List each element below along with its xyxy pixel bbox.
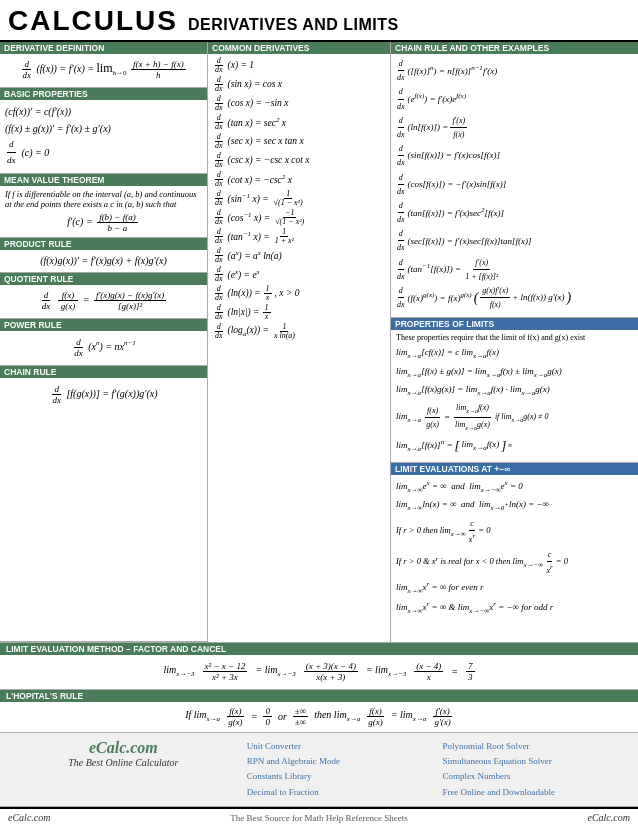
chain-ex-1: d dx ([f(x)]n) = n[f(x)]n−1f′(x) xyxy=(396,57,633,84)
title-calculus: CALCULUS xyxy=(8,5,178,37)
basic-prop-1: (cf(x))′ = c(f′(x)) xyxy=(5,103,202,120)
ecalc-promo: eCalc.com The Best Online Calculator Uni… xyxy=(0,733,638,807)
section-mean-value: MEAN VALUE THEOREM If f is differentiabl… xyxy=(0,174,207,238)
section-title-chain-rule: CHAIN RULE xyxy=(0,366,207,378)
promo-tagline: The Best Online Calculator xyxy=(15,757,232,768)
deriv-ln: d dx (ln(x)) = 1 x , x > 0 xyxy=(213,285,385,302)
section-title-lhopital: L'HOPITAL'S RULE xyxy=(0,690,638,702)
chain-ex-6: d dx (tan[f(x)]) = f′(x)sec2[f(x)] xyxy=(396,199,633,226)
promo-link-3[interactable]: Constants Library xyxy=(247,769,428,784)
footer-right: eCalc.com xyxy=(587,812,630,823)
main-content: DERIVATIVE DEFINITION d dx (f(x)) = f′(x… xyxy=(0,42,638,642)
deriv-csc: d dx (csc x) = −csc x cot x xyxy=(213,152,385,169)
promo-links-left: Unit Converter RPN and Algebraic Mode Co… xyxy=(247,739,428,800)
deriv-cot: d dx (cot x) = −csc2 x xyxy=(213,171,385,188)
column-2: COMMON DERIVATIVES d dx (x) = 1 xyxy=(208,42,391,642)
deriv-sin: d dx (sin x) = cos x xyxy=(213,76,385,93)
section-derivative-definition: DERIVATIVE DEFINITION d dx (f(x)) = f′(x… xyxy=(0,42,207,88)
promo-brand: eCalc.com xyxy=(15,739,232,757)
deriv-arccos: d dx (cos−1 x) = −1 √(1 − x²) xyxy=(213,209,385,226)
section-title-common-derivatives: COMMON DERIVATIVES xyxy=(208,42,390,54)
deriv-ln-abs: d dx (ln|x|) = 1 x xyxy=(213,304,385,321)
section-title-mean-value: MEAN VALUE THEOREM xyxy=(0,174,207,186)
section-power-rule: POWER RULE d dx (xn) = nxn−1 xyxy=(0,319,207,366)
footer-left: eCalc.com xyxy=(8,812,51,823)
lim-prop-3: limx→a[f(x)g(x)] = limx→af(x) · limx→ag(… xyxy=(396,382,633,399)
lhopital-formula: If limx→a f(x) g(x) = 0 0 or ±∞ ±∞ then … xyxy=(8,706,630,727)
section-title-basic-properties: BASIC PROPERTIES xyxy=(0,88,207,100)
section-title-chain-rule-examples: CHAIN RULE AND OTHER EXAMPLES xyxy=(391,42,638,54)
lim-prop-2: limx→a[f(x) ± g(x)] = limx→af(x) ± limx→… xyxy=(396,364,633,381)
section-title-power-rule: POWER RULE xyxy=(0,319,207,331)
deriv-arcsin: d dx (sin−1 x) = 1 √(1 − x²) xyxy=(213,190,385,207)
section-title-quotient-rule: QUOTIENT RULE xyxy=(0,273,207,285)
lim-inf-6: limx→∞xr = ∞ & limx→−∞xr = −∞ for odd r xyxy=(396,599,633,617)
promo-link-8[interactable]: Free Online and Downloadable xyxy=(442,785,623,800)
promo-link-4[interactable]: Decimal to Fraction xyxy=(247,785,428,800)
section-properties-limits: PROPERTIES OF LIMITS These properties re… xyxy=(391,318,638,462)
column-1: DERIVATIVE DEFINITION d dx (f(x)) = f′(x… xyxy=(0,42,208,642)
basic-prop-2: (f(x) ± g(x))′ = f′(x) ± g′(x) xyxy=(5,120,202,137)
deriv-ax: d dx (ax) = ax ln(a) xyxy=(213,247,385,264)
section-basic-properties: BASIC PROPERTIES (cf(x))′ = c(f′(x)) (f(… xyxy=(0,88,207,174)
lim-prop-4: limx→a f(x) g(x) = limx→af(x) limx→ag(x)… xyxy=(396,401,633,433)
deriv-log-a: d dx (loga(x)) = 1 x ln(a) xyxy=(213,323,385,340)
chain-ex-8: d dx (tan−1[f(x)]) = f′(x) 1 + [f(x)]² xyxy=(396,256,633,283)
product-rule-formula: (f(x)g(x))′ = f′(x)g(x) + f(x)g′(x) xyxy=(5,253,202,268)
quotient-rule-formula: d dx f(x) g(x) = f′(x)g(x) − f(x)g′(x) [… xyxy=(5,288,202,313)
promo-link-7[interactable]: Complex Numbers xyxy=(442,769,623,784)
basic-prop-3: d dx (c) = 0 xyxy=(5,137,202,169)
section-limits-infinity: LIMIT EVALUATIONS AT +−∞ limx→∞ex = ∞ an… xyxy=(391,463,638,642)
promo-link-2[interactable]: RPN and Algebraic Mode xyxy=(247,754,428,769)
power-rule-formula: d dx (xn) = nxn−1 xyxy=(5,334,202,361)
deriv-arctan: d dx (tan−1 x) = 1 1 + x² xyxy=(213,228,385,245)
section-common-derivatives: COMMON DERIVATIVES d dx (x) = 1 xyxy=(208,42,390,642)
section-lhopital: L'HOPITAL'S RULE If limx→a f(x) g(x) = 0… xyxy=(0,690,638,733)
chain-ex-7: d dx (sec[f(x)]) = f′(x)sec[f(x)]tan[f(x… xyxy=(396,227,633,254)
promo-brand-block: eCalc.com The Best Online Calculator xyxy=(15,739,232,768)
page: CALCULUS DERIVATIVES AND LIMITS DERIVATI… xyxy=(0,0,638,826)
section-title-derivative-definition: DERIVATIVE DEFINITION xyxy=(0,42,207,54)
lim-prop-5: limx→a[f(x)]n = [ limx→af(x) ] n xyxy=(396,435,633,456)
title-subtitle: DERIVATIVES AND LIMITS xyxy=(188,16,399,34)
section-title-limit-factor: LIMIT EVALUATION METHOD – FACTOR AND CAN… xyxy=(0,643,638,655)
promo-link-5[interactable]: Polynomial Root Solver xyxy=(442,739,623,754)
lim-inf-5: limx→∞xr = ∞ for even r xyxy=(396,579,633,597)
lim-inf-4: If r > 0 & xr is real for x < 0 then lim… xyxy=(396,548,633,577)
chain-rule-formula: d dx [f(g(x))] = f′(g(x))g′(x) xyxy=(5,381,202,408)
chain-ex-5: d dx (cos[f(x)]) = −f′(x)sin[f(x)] xyxy=(396,171,633,198)
section-product-rule: PRODUCT RULE (f(x)g(x))′ = f′(x)g(x) + f… xyxy=(0,238,207,273)
derivative-definition-formula: d dx (f(x)) = f′(x) = limh→0 f(x + h) − … xyxy=(5,57,202,82)
deriv-ex: d dx (ex) = ex xyxy=(213,266,385,283)
bottom-sections: LIMIT EVALUATION METHOD – FACTOR AND CAN… xyxy=(0,642,638,807)
limit-factor-formula: limx→−3 x² − x − 12 x² + 3x = limx→−3 (x… xyxy=(8,659,630,684)
promo-link-1[interactable]: Unit Converter xyxy=(247,739,428,754)
chain-ex-9: d dx (f(x)g(x)) = f(x)g(x) ( g(x)f′(x) f… xyxy=(396,284,633,311)
lim-inf-1: limx→∞ex = ∞ and limx→−∞ex = 0 xyxy=(396,478,633,496)
column-3: CHAIN RULE AND OTHER EXAMPLES d dx ([f(x… xyxy=(391,42,638,642)
section-limit-factor: LIMIT EVALUATION METHOD – FACTOR AND CAN… xyxy=(0,643,638,690)
footer-center: The Best Source for Math Help Reference … xyxy=(230,813,408,823)
lim-inf-2: limx→∞ln(x) = ∞ and limx→0+ln(x) = −∞ xyxy=(396,497,633,514)
chain-ex-2: d dx (ef(x)) = f′(x)ef(x) xyxy=(396,85,633,112)
chain-ex-3: d dx (ln[f(x)]) = f′(x) f(x) xyxy=(396,114,633,141)
footer: eCalc.com The Best Source for Math Help … xyxy=(0,807,638,826)
lim-inf-3: If r > 0 then limx→∞ c xr = 0 xyxy=(396,517,633,546)
chain-ex-4: d dx (sin[f(x)]) = f′(x)cos[f(x)] xyxy=(396,142,633,169)
section-quotient-rule: QUOTIENT RULE d dx f(x) g(x) = f′(x)g(x)… xyxy=(0,273,207,319)
mvt-formula: f′(c) = f(b) − f(a) b − a xyxy=(5,212,202,233)
deriv-tan: d dx (tan x) = sec2 x xyxy=(213,114,385,131)
section-title-limits-infinity: LIMIT EVALUATIONS AT +−∞ xyxy=(391,463,638,475)
deriv-cos: d dx (cos x) = −sin x xyxy=(213,95,385,112)
lim-prop-1: limx→a[cf(x)] = c limx→af(x) xyxy=(396,345,633,362)
section-chain-rule: CHAIN RULE d dx [f(g(x))] = f′(g(x))g′(x… xyxy=(0,366,207,642)
section-title-properties-limits: PROPERTIES OF LIMITS xyxy=(391,318,638,330)
header: CALCULUS DERIVATIVES AND LIMITS xyxy=(0,0,638,42)
promo-links-right: Polynomial Root Solver Simultaneous Equa… xyxy=(442,739,623,800)
deriv-sec: d dx (sec x) = sec x tan x xyxy=(213,133,385,150)
section-chain-rule-examples: CHAIN RULE AND OTHER EXAMPLES d dx ([f(x… xyxy=(391,42,638,318)
section-title-product-rule: PRODUCT RULE xyxy=(0,238,207,250)
deriv-x: d dx (x) = 1 xyxy=(213,57,385,74)
promo-link-6[interactable]: Simultaneous Equation Solver xyxy=(442,754,623,769)
